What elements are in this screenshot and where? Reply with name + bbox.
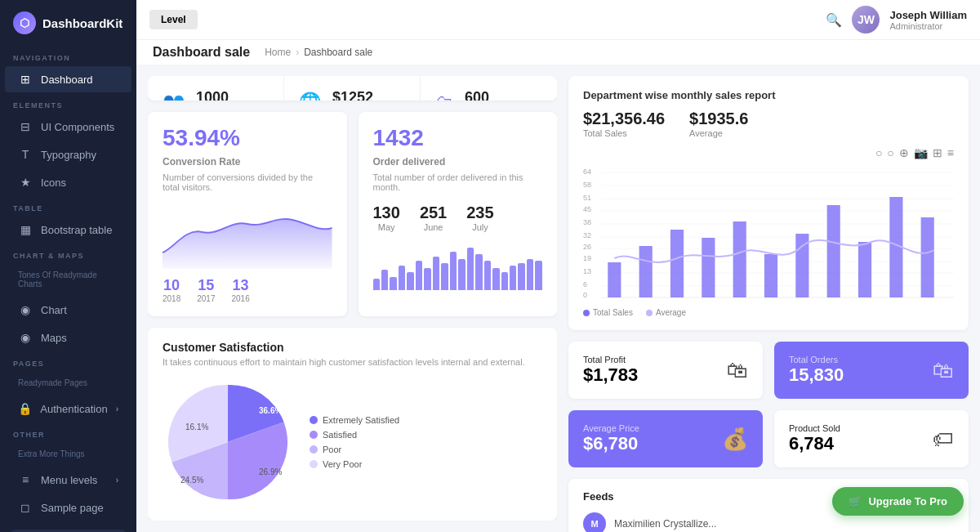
chart-tool-6[interactable]: ≡ <box>947 146 954 159</box>
svg-text:38: 38 <box>583 218 591 226</box>
sidebar-item-icons[interactable]: ★ Icons <box>5 169 131 195</box>
svg-text:0: 0 <box>583 291 587 299</box>
sidebar-item-label: Menu levels <box>41 474 97 486</box>
upgrade-to-pro-button[interactable]: 🛒 Upgrade To Pro <box>832 487 964 516</box>
conversion-rate: 53.94% <box>163 125 332 151</box>
revenue-icon: 🌐 <box>299 92 321 101</box>
stat-customers: 👥 1000 CUSTOMERS <box>148 76 284 101</box>
feed-avatar: M <box>583 512 606 532</box>
svg-rect-36 <box>921 217 934 297</box>
sidebar-item-menu-levels[interactable]: ≡ Menu levels › <box>5 467 131 493</box>
svg-rect-26 <box>608 262 621 297</box>
metric-value: $1,783 <box>583 364 638 386</box>
legend-label: Very Poor <box>323 459 362 469</box>
cart-icon: 🛒 <box>849 495 862 507</box>
stat-revenue: 🌐 $1252 REVENUE <box>284 76 421 101</box>
bar <box>373 279 380 290</box>
metric-product-sold: Product Sold 6,784 🏷 <box>774 410 969 467</box>
year-2018: 10 <box>163 277 180 294</box>
pie-area: 36.6% 26.9% 24.5% 16.1% Extremely Satisf… <box>163 377 542 507</box>
feed-text: Maximilien Crystallize... <box>614 518 716 530</box>
satisfaction-title: Customer Satisfaction <box>163 341 542 354</box>
conversion-card: 53.94% Conversion Rate Number of convers… <box>148 112 347 316</box>
sidebar-item-typography[interactable]: T Typography <box>5 141 131 168</box>
sidebar: ⬡ DashboardKit NAVIGATION ⊞ Dashboard EL… <box>0 0 136 532</box>
sidebar-item-bootstrap-table[interactable]: ▦ Bootstrap table <box>5 217 131 243</box>
sidebar-item-label: Sample page <box>41 502 104 514</box>
chevron-right-icon: › <box>116 476 118 485</box>
svg-text:16.1%: 16.1% <box>185 422 208 431</box>
sidebar-item-label: Bootstrap table <box>41 224 112 236</box>
level-button[interactable]: Level <box>149 10 198 29</box>
order-delivered-label: Order delivered <box>373 156 543 168</box>
svg-text:Apr '03: Apr '03 <box>697 302 718 303</box>
svg-rect-29 <box>702 238 715 297</box>
app-logo: ⬡ DashboardKit <box>0 0 136 46</box>
legend-label: Extremely Satisfied <box>323 415 399 425</box>
chart-tool-2[interactable]: ○ <box>887 146 893 159</box>
sidebar-item-maps[interactable]: ◉ Maps <box>5 324 131 351</box>
sidebar-item-authentication[interactable]: 🔒 Authentication › <box>5 396 131 422</box>
user-info: Joseph William Administrator <box>889 9 967 31</box>
page-icon: ◻ <box>18 501 33 514</box>
customers-icon: 👥 <box>163 92 185 101</box>
total-sales-value: $21,356.46 <box>583 110 665 128</box>
svg-text:Jul '03: Jul '03 <box>791 302 810 303</box>
customers-value: 1000 <box>196 89 254 101</box>
metric-total-orders: Total Orders 15,830 🛍 <box>774 342 969 399</box>
growth-value: 600 <box>465 89 506 101</box>
pie-chart: 36.6% 26.9% 24.5% 16.1% <box>163 377 293 507</box>
bar <box>535 261 541 290</box>
bar <box>433 257 439 290</box>
topbar-right: 🔍 JW Joseph William Administrator <box>826 6 967 34</box>
page-title: Dashboard sale <box>153 45 250 60</box>
conversion-label: Conversion Rate <box>163 156 332 168</box>
legend-dot <box>310 445 318 454</box>
sidebar-item-label: Tones Of Readymade Charts <box>18 270 118 288</box>
stats-grid: 👥 1000 CUSTOMERS 🌐 $1252 REVENUE 🗂 <box>148 76 557 101</box>
metric-average-price: Average Price $6,780 💰 <box>568 410 763 467</box>
user-name: Joseph William <box>889 9 967 21</box>
breadcrumb-current: Dashboard sale <box>304 47 372 58</box>
total-sales-label: Total Sales <box>583 128 665 138</box>
chart-tool-1[interactable]: ○ <box>875 146 882 159</box>
chart-tool-3[interactable]: ⊕ <box>899 146 909 159</box>
svg-text:26.9%: 26.9% <box>259 467 282 476</box>
average-value: $1935.6 <box>689 110 748 128</box>
svg-text:Feb '03: Feb '03 <box>633 302 655 303</box>
sidebar-item-dashboard[interactable]: ⊞ Dashboard <box>5 66 131 92</box>
sidebar-item-label: Maps <box>41 332 67 344</box>
bar <box>450 252 457 290</box>
icons-nav-icon: ★ <box>18 176 33 189</box>
year-labels: 10 2018 15 2017 13 2016 <box>163 277 332 303</box>
sidebar-item-extra-label: Extra More Things <box>5 443 131 465</box>
legend-dot <box>310 460 318 468</box>
sidebar-item-label: UI Components <box>41 121 114 133</box>
chart-tool-5[interactable]: ⊞ <box>933 146 942 159</box>
sidebar-item-ui-components: ⊟ UI Components <box>5 114 131 140</box>
svg-text:45: 45 <box>583 205 591 213</box>
svg-text:32: 32 <box>583 231 591 239</box>
sidebar-item-chart[interactable]: ◉ Chart <box>5 297 131 323</box>
legend-average: Average <box>646 308 686 317</box>
metric-value: 15,830 <box>789 364 844 386</box>
left-column: 👥 1000 CUSTOMERS 🌐 $1252 REVENUE 🗂 <box>148 76 557 521</box>
nav-section-label: NAVIGATION <box>0 46 136 65</box>
search-icon[interactable]: 🔍 <box>826 12 842 28</box>
breadcrumb-home[interactable]: Home <box>265 47 291 58</box>
svg-text:26: 26 <box>583 243 591 251</box>
pie-legend: Extremely Satisfied Satisfied Poor <box>310 415 399 469</box>
legend-label: Total Sales <box>593 308 633 317</box>
chart-section-label: CHART & MAPS <box>0 244 136 263</box>
bar <box>390 277 396 291</box>
sidebar-item-label: Chart <box>41 304 67 316</box>
chart-tool-4[interactable]: 📷 <box>914 146 928 159</box>
sidebar-item-sample-page[interactable]: ◻ Sample page <box>5 494 131 521</box>
table-icon: ▦ <box>18 223 33 236</box>
sidebar-item-label: Extra More Things <box>18 449 85 458</box>
bar <box>475 254 482 290</box>
bar <box>467 248 474 290</box>
bar <box>381 270 388 290</box>
conversion-desc: Number of conversions divided by the tot… <box>163 172 332 192</box>
stat-growth: 🗂 600 GROWTH <box>421 76 557 101</box>
